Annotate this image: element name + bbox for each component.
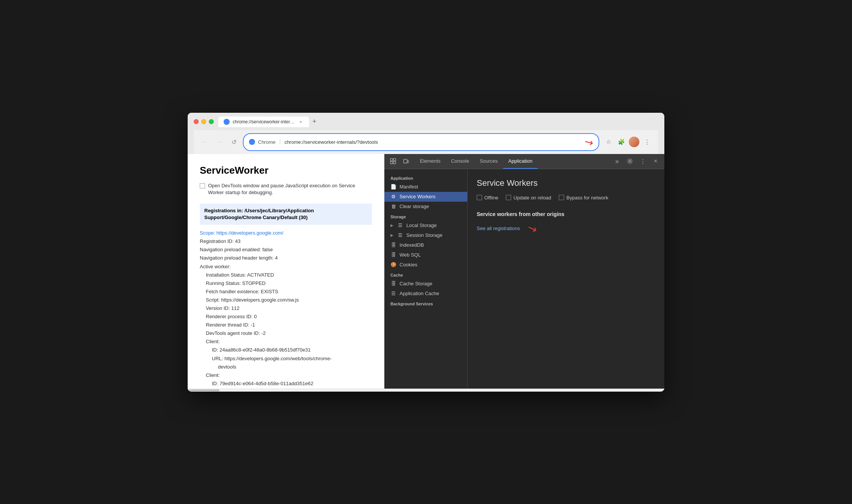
info-line-10: Renderer process ID: 0: [200, 313, 372, 321]
scope-line[interactable]: Scope: https://developers.google.com/: [200, 230, 372, 236]
info-line-17: ID: 79ed914c-e064-4d5d-b58e-011add351e62: [200, 380, 372, 388]
close-button[interactable]: [194, 119, 199, 124]
info-line-15b: devtools: [200, 363, 372, 371]
sidebar-item-session-storage[interactable]: ▶ ☰ Session Storage: [384, 230, 467, 240]
tab-application[interactable]: Application: [503, 154, 538, 169]
horizontal-scrollbar[interactable]: [188, 389, 664, 392]
more-tabs-button[interactable]: »: [611, 156, 623, 167]
debug-checkbox[interactable]: [200, 183, 205, 188]
devtools-panel: Elements Console Sources Application »: [384, 154, 664, 389]
maximize-button[interactable]: [209, 119, 214, 124]
back-button[interactable]: ←: [200, 137, 210, 147]
see-all-link-area: See all registrations ↙: [477, 222, 655, 235]
sidebar-item-manifest[interactable]: 📄 Manifest: [384, 182, 467, 192]
devtools-sidebar: Application 📄 Manifest ⚙ Service Workers…: [384, 169, 468, 389]
sidebar-item-local-storage[interactable]: ▶ ☰ Local Storage: [384, 221, 467, 230]
sidebar-web-sql-label: Web SQL: [400, 252, 421, 258]
sidebar-session-storage-label: Session Storage: [406, 232, 442, 238]
devtools-menu-button[interactable]: ⋮: [637, 156, 648, 167]
main-content: ServiceWorker Open DevTools window and p…: [188, 154, 664, 389]
info-line-3: Navigation preload header length: 4: [200, 254, 372, 262]
indexeddb-icon: 🗄: [390, 242, 396, 248]
svg-point-1: [250, 140, 254, 144]
svg-rect-5: [393, 162, 396, 164]
forward-button[interactable]: →: [214, 137, 225, 147]
manifest-icon: 📄: [390, 184, 396, 190]
svg-rect-6: [404, 159, 407, 163]
address-domain: Chrome: [258, 139, 275, 145]
info-line-12: DevTools agent route ID: -2: [200, 329, 372, 338]
sidebar-item-cookies[interactable]: 🍪 Cookies: [384, 260, 467, 270]
debug-checkbox-row: Open DevTools window and pause JavaScrip…: [200, 182, 372, 196]
devtools-right-icons: » ⋮ ×: [611, 156, 661, 167]
active-tab[interactable]: chrome://serviceworker-intern... ×: [218, 117, 309, 127]
browser-toolbar: ← → ↺ Chrome | chrome://serviceworker-in…: [194, 130, 658, 154]
sw-origins-title: Service workers from other origins: [477, 211, 655, 217]
bypass-for-network-checkbox[interactable]: [559, 195, 564, 200]
bookmark-button[interactable]: ☆: [603, 137, 614, 147]
scrollbar-thumb[interactable]: [189, 389, 219, 391]
update-on-reload-label: Update on reload: [513, 195, 551, 201]
bypass-for-network-label: Bypass for network: [566, 195, 608, 201]
sidebar-section-application: Application: [384, 173, 467, 182]
sidebar-item-application-cache[interactable]: ☰ Application Cache: [384, 289, 467, 299]
svg-rect-4: [390, 162, 393, 164]
address-url: chrome://serviceworker-internals/?devtoo…: [285, 139, 378, 145]
new-tab-button[interactable]: +: [309, 117, 320, 127]
tab-bar: chrome://serviceworker-intern... × +: [218, 117, 658, 127]
settings-button[interactable]: [624, 156, 636, 167]
sidebar-item-cache-storage[interactable]: 🗄 Cache Storage: [384, 279, 467, 289]
toolbar-right: ☆ 🧩 ⋮: [603, 137, 652, 147]
red-arrow-link: ↙: [526, 220, 539, 236]
devtools-main-area: Service Workers Offline Update on reload: [468, 169, 664, 389]
sidebar-section-background: Background Services: [384, 299, 467, 308]
offline-checkbox-item: Offline: [477, 195, 498, 201]
tab-elements[interactable]: Elements: [415, 154, 446, 169]
sidebar-item-service-workers[interactable]: ⚙ Service Workers: [384, 192, 467, 202]
sidebar-section-cache: Cache: [384, 270, 467, 279]
sidebar-cookies-label: Cookies: [400, 262, 417, 268]
application-cache-icon: ☰: [390, 291, 396, 297]
inspector-icon-btn[interactable]: [387, 156, 399, 167]
cache-storage-icon: 🗄: [390, 281, 396, 287]
traffic-lights: [194, 119, 214, 124]
offline-checkbox[interactable]: [477, 195, 482, 200]
address-bar[interactable]: Chrome | chrome://serviceworker-internal…: [243, 133, 599, 151]
menu-button[interactable]: ⋮: [642, 137, 652, 147]
tab-console[interactable]: Console: [446, 154, 474, 169]
device-toggle-btn[interactable]: [400, 156, 412, 167]
svg-rect-2: [390, 159, 393, 161]
info-line-9: Version ID: 112: [200, 304, 372, 313]
info-line-1: Registration ID: 43: [200, 237, 372, 246]
info-line-6: Running Status: STOPPED: [200, 279, 372, 288]
tab-sources[interactable]: Sources: [474, 154, 503, 169]
tab-close-button[interactable]: ×: [298, 119, 304, 125]
devtools-close-button[interactable]: ×: [650, 156, 661, 167]
update-on-reload-checkbox-item: Update on reload: [506, 195, 551, 201]
minimize-button[interactable]: [201, 119, 206, 124]
sidebar-item-clear-storage[interactable]: 🗑 Clear storage: [384, 202, 467, 212]
see-all-registrations-link[interactable]: See all registrations: [477, 226, 520, 231]
sidebar-item-indexeddb[interactable]: 🗄 IndexedDB: [384, 240, 467, 250]
offline-label: Offline: [484, 195, 498, 201]
service-workers-icon: ⚙: [390, 194, 396, 200]
svg-point-8: [629, 160, 631, 162]
debug-checkbox-label: Open DevTools window and pause JavaScrip…: [208, 182, 372, 196]
clear-storage-icon: 🗑: [390, 204, 396, 210]
profile-avatar[interactable]: [629, 137, 639, 147]
reload-button[interactable]: ↺: [229, 137, 239, 147]
info-line-16: Client:: [200, 371, 372, 380]
sidebar-item-web-sql[interactable]: 🗄 Web SQL: [384, 250, 467, 260]
devtools-tab-bar: Elements Console Sources Application »: [384, 154, 664, 169]
info-line-5: Installation Status: ACTIVATED: [200, 271, 372, 279]
devtools-tab-icons: [387, 156, 412, 167]
info-line-11: Renderer thread ID: -1: [200, 321, 372, 329]
registration-header: Registrations in: /Users/jec/Library/App…: [200, 204, 372, 225]
extensions-button[interactable]: 🧩: [616, 137, 627, 147]
sidebar-section-storage: Storage: [384, 212, 467, 221]
info-line-13: Client:: [200, 338, 372, 346]
browser-window: chrome://serviceworker-intern... × + ← →…: [188, 113, 664, 392]
web-sql-icon: 🗄: [390, 252, 396, 258]
update-on-reload-checkbox[interactable]: [506, 195, 511, 200]
title-bar: chrome://serviceworker-intern... × + ← →…: [188, 113, 664, 154]
